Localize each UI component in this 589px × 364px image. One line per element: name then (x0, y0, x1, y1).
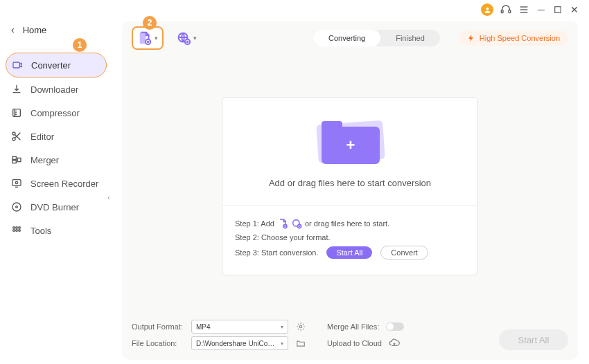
svg-point-20 (19, 227, 21, 229)
svg-point-18 (13, 227, 15, 229)
add-url-icon[interactable] (291, 218, 302, 229)
sidebar-item-merger[interactable]: Merger (0, 148, 112, 172)
svg-point-21 (13, 230, 15, 232)
minimize-button[interactable]: ─ (536, 5, 546, 15)
headset-icon[interactable] (500, 4, 511, 15)
svg-rect-2 (509, 10, 511, 13)
bolt-icon (467, 34, 475, 42)
chevron-down-icon: ▾ (281, 340, 283, 347)
svg-point-17 (16, 206, 18, 208)
step-2: Step 2: Choose your format. (235, 233, 465, 242)
output-format-select[interactable]: MP4 ▾ (191, 320, 288, 334)
home-back[interactable]: ‹ Home (0, 19, 112, 40)
chevron-left-icon: ‹ (11, 24, 15, 35)
chevron-down-icon: ▾ (193, 35, 197, 42)
sidebar-item-label: Editor (30, 131, 54, 142)
output-format-label: Output Format: (132, 322, 184, 331)
bottom-bar: Output Format: MP4 ▾ Merge All Files: Fi… (132, 317, 568, 353)
sidebar-item-label: Merger (30, 155, 59, 165)
download-icon (11, 84, 22, 95)
status-tabs: Converting Finished (313, 30, 440, 46)
sidebar-item-label: Compressor (30, 108, 80, 118)
tab-finished[interactable]: Finished (380, 30, 440, 46)
sidebar: ‹ Home Converter Downloader Compressor (0, 0, 112, 364)
upload-cloud-label: Upload to Cloud (327, 339, 382, 347)
sidebar-item-label: Converter (31, 60, 71, 71)
svg-point-23 (19, 230, 21, 232)
step-1: Step 1: Add or drag files here to start. (235, 218, 465, 229)
svg-rect-13 (17, 158, 21, 161)
convert-button-sm[interactable]: Convert (380, 246, 428, 260)
svg-point-9 (12, 132, 15, 135)
svg-rect-7 (13, 62, 19, 68)
sidebar-item-downloader[interactable]: Downloader (0, 78, 112, 101)
screenrec-icon (11, 178, 22, 189)
svg-rect-11 (12, 156, 16, 159)
file-location-label: File Location: (132, 339, 184, 347)
compress-icon (11, 107, 22, 118)
add-file-button[interactable]: ▾ (132, 26, 164, 50)
sidebar-item-compressor[interactable]: Compressor (0, 101, 112, 125)
step-3: Step 3: Start conversion. Start All Conv… (235, 246, 465, 260)
folder-open-icon[interactable] (295, 338, 306, 349)
chevron-down-icon: ▾ (155, 35, 158, 42)
svg-point-19 (16, 227, 18, 229)
gear-icon[interactable] (295, 321, 306, 332)
merge-files-toggle[interactable] (386, 322, 404, 331)
sidebar-item-label: Downloader (30, 84, 78, 95)
svg-rect-6 (555, 7, 561, 13)
tab-converting[interactable]: Converting (313, 30, 380, 46)
home-label: Home (23, 25, 47, 35)
add-url-button[interactable]: ▾ (172, 28, 201, 48)
sidebar-item-dvdburner[interactable]: DVD Burner (0, 195, 112, 219)
svg-point-30 (299, 325, 302, 328)
svg-point-22 (16, 230, 18, 232)
svg-rect-12 (12, 161, 16, 163)
sidebar-item-tools[interactable]: Tools (0, 219, 112, 242)
menu-icon[interactable] (518, 4, 529, 15)
merge-icon (11, 154, 22, 165)
disc-icon (11, 201, 22, 212)
main-panel: 2 ▾ ▾ Converting Finished High Speed Con… (122, 21, 578, 360)
start-all-button[interactable]: Start All (499, 329, 568, 350)
grid-icon (11, 225, 22, 236)
sidebar-item-label: Screen Recorder (30, 179, 98, 189)
merge-files-label: Merge All Files: (327, 322, 379, 331)
chevron-down-icon: ▾ (281, 324, 283, 330)
svg-point-0 (486, 7, 489, 10)
svg-rect-1 (501, 10, 503, 13)
dropzone-text: Add or drag files here to start conversi… (236, 178, 464, 188)
scissors-icon (11, 131, 22, 142)
dropzone[interactable]: + Add or drag files here to start conver… (222, 97, 478, 275)
sidebar-item-converter[interactable]: Converter (6, 53, 107, 78)
user-avatar[interactable] (481, 3, 493, 16)
add-file-icon (137, 30, 152, 46)
file-location-select[interactable]: D:\Wondershare UniConverter 1 ▾ (191, 336, 288, 350)
sidebar-collapse-handle[interactable]: ‹ (104, 190, 114, 204)
annotation-badge-1: 1 (73, 38, 87, 52)
converter-icon (12, 60, 23, 71)
high-speed-badge[interactable]: High Speed Conversion (459, 30, 568, 46)
close-button[interactable]: ✕ (570, 5, 579, 15)
svg-point-10 (12, 138, 15, 140)
add-file-icon[interactable] (277, 218, 288, 229)
sidebar-item-editor[interactable]: Editor (0, 125, 112, 148)
folder-illustration: + (312, 117, 388, 167)
plus-icon: + (346, 136, 355, 154)
sidebar-item-screenrecorder[interactable]: Screen Recorder (0, 172, 112, 195)
maximize-button[interactable] (553, 5, 563, 15)
start-all-button-sm[interactable]: Start All (326, 246, 372, 259)
cloud-upload-icon[interactable] (389, 338, 400, 349)
sidebar-item-label: DVD Burner (30, 202, 79, 212)
svg-point-15 (15, 181, 17, 183)
svg-point-16 (12, 203, 21, 211)
add-url-icon (176, 30, 191, 46)
annotation-badge-2: 2 (143, 16, 157, 30)
svg-rect-14 (12, 180, 21, 186)
sidebar-item-label: Tools (30, 226, 51, 236)
